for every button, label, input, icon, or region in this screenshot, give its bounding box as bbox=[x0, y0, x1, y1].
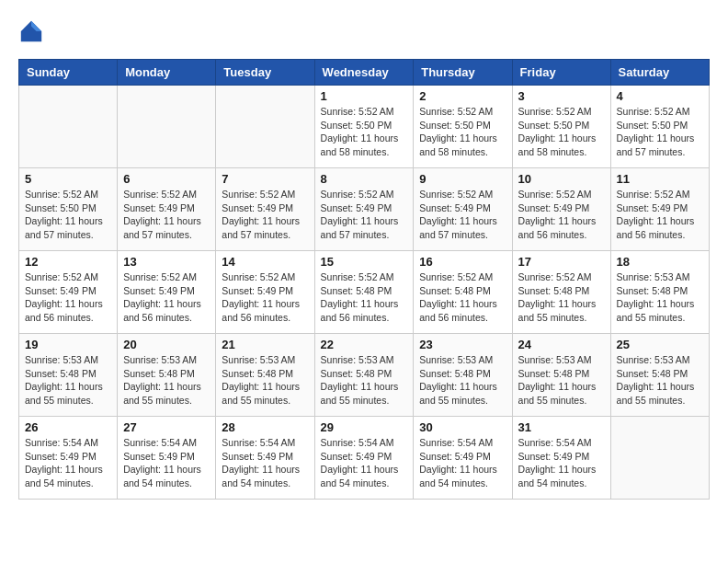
day-number: 2 bbox=[419, 89, 506, 103]
day-info: Sunrise: 5:53 AM Sunset: 5:48 PM Dayligh… bbox=[25, 353, 111, 408]
day-number: 31 bbox=[518, 420, 605, 434]
day-number: 5 bbox=[25, 172, 111, 186]
calendar-day-cell: 18Sunrise: 5:53 AM Sunset: 5:48 PM Dayli… bbox=[610, 251, 709, 334]
calendar-day-cell: 10Sunrise: 5:52 AM Sunset: 5:49 PM Dayli… bbox=[512, 168, 610, 251]
day-info: Sunrise: 5:53 AM Sunset: 5:48 PM Dayligh… bbox=[419, 353, 506, 408]
day-number: 7 bbox=[222, 172, 308, 186]
logo-icon bbox=[18, 18, 44, 44]
calendar-day-cell: 27Sunrise: 5:54 AM Sunset: 5:49 PM Dayli… bbox=[118, 417, 216, 500]
day-number: 30 bbox=[419, 420, 506, 434]
calendar-week-row: 26Sunrise: 5:54 AM Sunset: 5:49 PM Dayli… bbox=[19, 417, 710, 500]
day-info: Sunrise: 5:52 AM Sunset: 5:50 PM Dayligh… bbox=[518, 105, 605, 159]
calendar-day-cell: 22Sunrise: 5:53 AM Sunset: 5:48 PM Dayli… bbox=[314, 334, 414, 417]
day-info: Sunrise: 5:52 AM Sunset: 5:49 PM Dayligh… bbox=[617, 188, 703, 242]
calendar-day-cell: 12Sunrise: 5:52 AM Sunset: 5:49 PM Dayli… bbox=[19, 251, 118, 334]
day-info: Sunrise: 5:54 AM Sunset: 5:49 PM Dayligh… bbox=[518, 436, 605, 490]
calendar-day-cell: 5Sunrise: 5:52 AM Sunset: 5:50 PM Daylig… bbox=[19, 168, 118, 251]
day-number: 26 bbox=[25, 420, 111, 434]
day-info: Sunrise: 5:52 AM Sunset: 5:49 PM Dayligh… bbox=[518, 188, 605, 242]
day-number: 11 bbox=[617, 172, 703, 186]
calendar-week-row: 12Sunrise: 5:52 AM Sunset: 5:49 PM Dayli… bbox=[19, 251, 710, 334]
day-info: Sunrise: 5:52 AM Sunset: 5:50 PM Dayligh… bbox=[321, 105, 408, 159]
day-info: Sunrise: 5:54 AM Sunset: 5:49 PM Dayligh… bbox=[123, 436, 210, 490]
day-info: Sunrise: 5:52 AM Sunset: 5:50 PM Dayligh… bbox=[419, 105, 506, 159]
calendar-day-cell: 28Sunrise: 5:54 AM Sunset: 5:49 PM Dayli… bbox=[216, 417, 314, 500]
day-number: 9 bbox=[419, 172, 506, 186]
calendar-day-cell: 25Sunrise: 5:53 AM Sunset: 5:48 PM Dayli… bbox=[610, 334, 709, 417]
calendar-week-row: 5Sunrise: 5:52 AM Sunset: 5:50 PM Daylig… bbox=[19, 168, 710, 251]
calendar-day-cell: 24Sunrise: 5:53 AM Sunset: 5:48 PM Dayli… bbox=[512, 334, 610, 417]
day-number: 6 bbox=[123, 172, 210, 186]
calendar-day-cell: 17Sunrise: 5:52 AM Sunset: 5:48 PM Dayli… bbox=[512, 251, 610, 334]
weekday-header-cell: Thursday bbox=[414, 60, 512, 86]
day-info: Sunrise: 5:52 AM Sunset: 5:49 PM Dayligh… bbox=[123, 188, 210, 242]
day-info: Sunrise: 5:52 AM Sunset: 5:49 PM Dayligh… bbox=[25, 270, 111, 325]
calendar-day-cell: 1Sunrise: 5:52 AM Sunset: 5:50 PM Daylig… bbox=[314, 86, 414, 168]
weekday-header-row: SundayMondayTuesdayWednesdayThursdayFrid… bbox=[19, 60, 710, 86]
page-header bbox=[18, 18, 710, 44]
day-info: Sunrise: 5:52 AM Sunset: 5:50 PM Dayligh… bbox=[25, 188, 111, 242]
calendar-day-cell: 31Sunrise: 5:54 AM Sunset: 5:49 PM Dayli… bbox=[512, 417, 610, 500]
day-info: Sunrise: 5:52 AM Sunset: 5:48 PM Dayligh… bbox=[419, 270, 506, 325]
day-info: Sunrise: 5:52 AM Sunset: 5:49 PM Dayligh… bbox=[222, 270, 308, 325]
calendar-day-cell bbox=[216, 86, 314, 168]
calendar-day-cell: 19Sunrise: 5:53 AM Sunset: 5:48 PM Dayli… bbox=[19, 334, 118, 417]
day-number: 8 bbox=[321, 172, 408, 186]
day-number: 12 bbox=[25, 255, 111, 269]
day-number: 27 bbox=[123, 420, 210, 434]
day-info: Sunrise: 5:53 AM Sunset: 5:48 PM Dayligh… bbox=[617, 270, 703, 325]
day-info: Sunrise: 5:52 AM Sunset: 5:49 PM Dayligh… bbox=[123, 270, 210, 325]
day-info: Sunrise: 5:54 AM Sunset: 5:49 PM Dayligh… bbox=[222, 436, 308, 490]
calendar-day-cell bbox=[118, 86, 216, 168]
day-number: 19 bbox=[25, 338, 111, 351]
calendar-day-cell: 30Sunrise: 5:54 AM Sunset: 5:49 PM Dayli… bbox=[414, 417, 512, 500]
weekday-header-cell: Tuesday bbox=[216, 60, 314, 86]
day-info: Sunrise: 5:52 AM Sunset: 5:49 PM Dayligh… bbox=[321, 188, 408, 242]
day-number: 10 bbox=[518, 172, 605, 186]
calendar-day-cell: 4Sunrise: 5:52 AM Sunset: 5:50 PM Daylig… bbox=[610, 86, 709, 168]
day-number: 15 bbox=[321, 255, 408, 269]
calendar-day-cell bbox=[19, 86, 118, 168]
day-number: 18 bbox=[617, 255, 703, 269]
day-info: Sunrise: 5:52 AM Sunset: 5:48 PM Dayligh… bbox=[321, 270, 408, 325]
calendar-table: SundayMondayTuesdayWednesdayThursdayFrid… bbox=[18, 59, 710, 500]
calendar-day-cell bbox=[610, 417, 709, 500]
calendar-day-cell: 6Sunrise: 5:52 AM Sunset: 5:49 PM Daylig… bbox=[118, 168, 216, 251]
day-info: Sunrise: 5:53 AM Sunset: 5:48 PM Dayligh… bbox=[617, 353, 703, 408]
weekday-header-cell: Sunday bbox=[19, 60, 118, 86]
day-number: 29 bbox=[321, 420, 408, 434]
day-number: 13 bbox=[123, 255, 210, 269]
day-number: 4 bbox=[617, 89, 703, 103]
logo bbox=[18, 18, 48, 44]
day-number: 25 bbox=[617, 338, 703, 351]
day-number: 21 bbox=[222, 338, 308, 351]
calendar-week-row: 19Sunrise: 5:53 AM Sunset: 5:48 PM Dayli… bbox=[19, 334, 710, 417]
calendar-day-cell: 21Sunrise: 5:53 AM Sunset: 5:48 PM Dayli… bbox=[216, 334, 314, 417]
day-number: 23 bbox=[419, 338, 506, 351]
weekday-header-cell: Monday bbox=[118, 60, 216, 86]
calendar-day-cell: 16Sunrise: 5:52 AM Sunset: 5:48 PM Dayli… bbox=[414, 251, 512, 334]
day-info: Sunrise: 5:54 AM Sunset: 5:49 PM Dayligh… bbox=[25, 436, 111, 490]
day-number: 3 bbox=[518, 89, 605, 103]
calendar-day-cell: 29Sunrise: 5:54 AM Sunset: 5:49 PM Dayli… bbox=[314, 417, 414, 500]
calendar-day-cell: 8Sunrise: 5:52 AM Sunset: 5:49 PM Daylig… bbox=[314, 168, 414, 251]
weekday-header-cell: Saturday bbox=[610, 60, 709, 86]
calendar-day-cell: 14Sunrise: 5:52 AM Sunset: 5:49 PM Dayli… bbox=[216, 251, 314, 334]
weekday-header-cell: Friday bbox=[512, 60, 610, 86]
day-info: Sunrise: 5:53 AM Sunset: 5:48 PM Dayligh… bbox=[321, 353, 408, 408]
calendar-day-cell: 11Sunrise: 5:52 AM Sunset: 5:49 PM Dayli… bbox=[610, 168, 709, 251]
calendar-day-cell: 7Sunrise: 5:52 AM Sunset: 5:49 PM Daylig… bbox=[216, 168, 314, 251]
weekday-header-cell: Wednesday bbox=[314, 60, 414, 86]
day-number: 14 bbox=[222, 255, 308, 269]
day-info: Sunrise: 5:52 AM Sunset: 5:48 PM Dayligh… bbox=[518, 270, 605, 325]
calendar-day-cell: 13Sunrise: 5:52 AM Sunset: 5:49 PM Dayli… bbox=[118, 251, 216, 334]
day-number: 28 bbox=[222, 420, 308, 434]
day-number: 17 bbox=[518, 255, 605, 269]
calendar-day-cell: 3Sunrise: 5:52 AM Sunset: 5:50 PM Daylig… bbox=[512, 86, 610, 168]
calendar-day-cell: 15Sunrise: 5:52 AM Sunset: 5:48 PM Dayli… bbox=[314, 251, 414, 334]
day-number: 16 bbox=[419, 255, 506, 269]
day-number: 22 bbox=[321, 338, 408, 351]
day-info: Sunrise: 5:52 AM Sunset: 5:50 PM Dayligh… bbox=[617, 105, 703, 159]
day-info: Sunrise: 5:53 AM Sunset: 5:48 PM Dayligh… bbox=[518, 353, 605, 408]
day-info: Sunrise: 5:52 AM Sunset: 5:49 PM Dayligh… bbox=[419, 188, 506, 242]
